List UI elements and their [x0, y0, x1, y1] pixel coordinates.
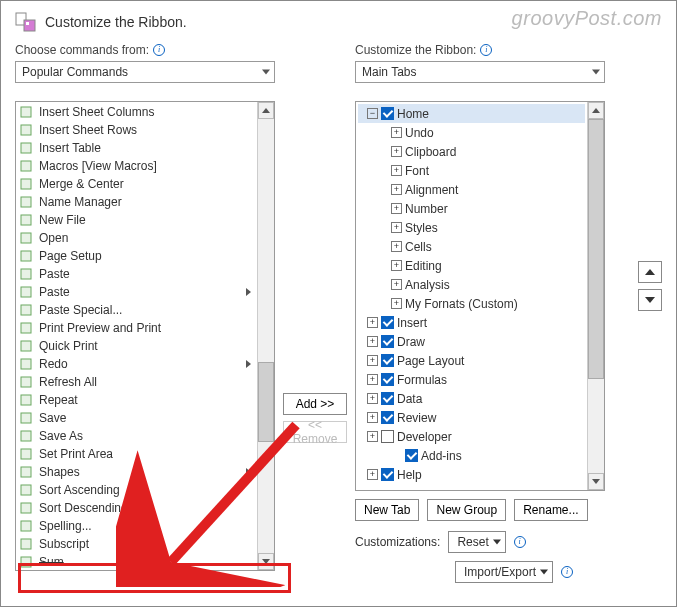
scroll-up-button[interactable]	[588, 102, 604, 119]
tree-row[interactable]: Add-ins	[358, 446, 585, 465]
expand-icon[interactable]: +	[391, 260, 402, 271]
expand-icon[interactable]: +	[391, 146, 402, 157]
command-item[interactable]: Page Setup	[16, 247, 257, 265]
expand-icon[interactable]: +	[367, 469, 378, 480]
command-item[interactable]: Spelling...	[16, 517, 257, 535]
checkbox[interactable]	[381, 316, 394, 329]
command-item[interactable]: Subscript	[16, 535, 257, 553]
collapse-icon[interactable]: −	[367, 108, 378, 119]
tree-row[interactable]: +Help	[358, 465, 585, 484]
expand-icon[interactable]: +	[367, 336, 378, 347]
expand-icon[interactable]: +	[391, 222, 402, 233]
expand-icon[interactable]: +	[391, 203, 402, 214]
tree-row[interactable]: +Font	[358, 161, 585, 180]
expand-icon[interactable]: +	[367, 317, 378, 328]
checkbox[interactable]	[381, 373, 394, 386]
command-item[interactable]: Paste Special...	[16, 301, 257, 319]
reset-dropdown[interactable]: Reset	[448, 531, 505, 553]
tree-row[interactable]: +My Fornats (Custom)	[358, 294, 585, 313]
tree-row[interactable]: +Styles	[358, 218, 585, 237]
tree-row[interactable]: +Alignment	[358, 180, 585, 199]
tree-row[interactable]: +Review	[358, 408, 585, 427]
command-item[interactable]: Macros [View Macros]	[16, 157, 257, 175]
tree-row[interactable]: +Page Layout	[358, 351, 585, 370]
command-item[interactable]: Merge & Center	[16, 175, 257, 193]
scroll-thumb[interactable]	[588, 119, 604, 379]
svg-rect-21	[21, 431, 31, 441]
checkbox[interactable]	[381, 354, 394, 367]
tree-row[interactable]: −Home	[358, 104, 585, 123]
commands-scrollbar[interactable]	[257, 102, 274, 570]
import-export-dropdown[interactable]: Import/Export	[455, 561, 553, 583]
new-group-button[interactable]: New Group	[427, 499, 506, 521]
tree-row[interactable]: +Clipboard	[358, 142, 585, 161]
command-item[interactable]: Paste	[16, 283, 257, 301]
command-item[interactable]: Save As	[16, 427, 257, 445]
rename-button[interactable]: Rename...	[514, 499, 587, 521]
command-item[interactable]: New File	[16, 211, 257, 229]
expand-icon[interactable]: +	[391, 241, 402, 252]
move-down-button[interactable]	[638, 289, 662, 311]
expand-icon[interactable]: +	[391, 279, 402, 290]
checkbox[interactable]	[381, 468, 394, 481]
tree-row[interactable]: +Undo	[358, 123, 585, 142]
checkbox[interactable]	[381, 430, 394, 443]
command-item[interactable]: Set Print Area	[16, 445, 257, 463]
tree-row[interactable]: +Analysis	[358, 275, 585, 294]
command-item[interactable]: Insert Sheet Rows	[16, 121, 257, 139]
info-icon[interactable]: i	[153, 44, 165, 56]
ribbon-tabs-combo[interactable]: Main Tabs	[355, 61, 605, 83]
expand-icon[interactable]: +	[367, 431, 378, 442]
tree-row[interactable]: +Number	[358, 199, 585, 218]
expand-icon[interactable]: +	[367, 393, 378, 404]
tree-row[interactable]: +Cells	[358, 237, 585, 256]
commands-listbox[interactable]: Insert Sheet ColumnsInsert Sheet RowsIns…	[15, 101, 275, 571]
checkbox[interactable]	[381, 107, 394, 120]
scroll-down-button[interactable]	[588, 473, 604, 490]
tree-row[interactable]: +Developer	[358, 427, 585, 446]
expand-icon[interactable]: +	[367, 412, 378, 423]
command-item[interactable]: Sort Ascending	[16, 481, 257, 499]
scroll-up-button[interactable]	[258, 102, 274, 119]
command-item[interactable]: Save	[16, 409, 257, 427]
tree-row[interactable]: +Draw	[358, 332, 585, 351]
command-item[interactable]: Paste	[16, 265, 257, 283]
scroll-down-button[interactable]	[258, 553, 274, 570]
command-item[interactable]: Repeat	[16, 391, 257, 409]
checkbox[interactable]	[381, 411, 394, 424]
info-icon[interactable]: i	[514, 536, 526, 548]
info-icon[interactable]: i	[480, 44, 492, 56]
command-item[interactable]: Print Preview and Print	[16, 319, 257, 337]
command-item[interactable]: Redo	[16, 355, 257, 373]
tree-row[interactable]: +Editing	[358, 256, 585, 275]
expand-icon[interactable]: +	[391, 298, 402, 309]
command-item[interactable]: Quick Print	[16, 337, 257, 355]
scroll-thumb[interactable]	[258, 362, 274, 442]
tree-row[interactable]: +Insert	[358, 313, 585, 332]
move-up-button[interactable]	[638, 261, 662, 283]
tree-row[interactable]: +Data	[358, 389, 585, 408]
expand-icon[interactable]: +	[367, 374, 378, 385]
command-item[interactable]: Name Manager	[16, 193, 257, 211]
command-item[interactable]: Refresh All	[16, 373, 257, 391]
ribbon-tree[interactable]: −Home+Undo+Clipboard+Font+Alignment+Numb…	[355, 101, 605, 491]
add-button[interactable]: Add >>	[283, 393, 347, 415]
checkbox[interactable]	[381, 392, 394, 405]
checkbox[interactable]	[381, 335, 394, 348]
command-item[interactable]: Insert Sheet Columns	[16, 103, 257, 121]
checkbox[interactable]	[405, 449, 418, 462]
expand-icon[interactable]: +	[391, 184, 402, 195]
command-item[interactable]: Open	[16, 229, 257, 247]
command-item[interactable]: Sort Descending	[16, 499, 257, 517]
info-icon[interactable]: i	[561, 566, 573, 578]
command-item[interactable]: Sum	[16, 553, 257, 571]
expand-icon[interactable]: +	[391, 127, 402, 138]
tree-row[interactable]: +Formulas	[358, 370, 585, 389]
expand-icon[interactable]: +	[367, 355, 378, 366]
choose-commands-combo[interactable]: Popular Commands	[15, 61, 275, 83]
command-item[interactable]: Shapes	[16, 463, 257, 481]
new-tab-button[interactable]: New Tab	[355, 499, 419, 521]
command-item[interactable]: Insert Table	[16, 139, 257, 157]
expand-icon[interactable]: +	[391, 165, 402, 176]
tree-scrollbar[interactable]	[587, 102, 604, 490]
